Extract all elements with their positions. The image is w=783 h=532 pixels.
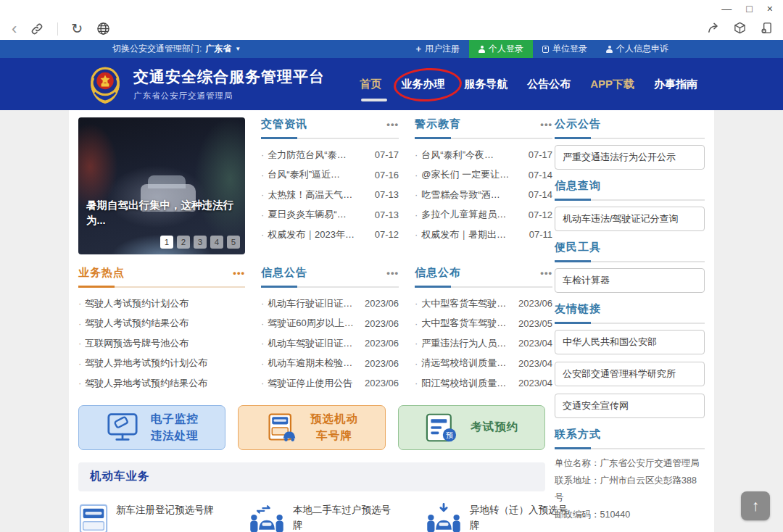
bullet: ·: [415, 378, 418, 388]
news-row: 暑期自驾出行集中，这种违法行为... 1 2 3 4 5 交管资讯 •••: [78, 117, 545, 254]
back-icon[interactable]: ‹: [12, 22, 17, 36]
item-text: 阳江驾校培训质量…: [421, 377, 514, 390]
close-icon[interactable]: ×: [767, 3, 773, 14]
list-item[interactable]: ·机动车驾驶证旧证…2023/06: [261, 333, 399, 354]
item-text: 权威发布｜暑期出…: [421, 228, 524, 241]
pager-dot-4[interactable]: 4: [210, 236, 223, 249]
scroll-to-top-button[interactable]: ↑: [741, 491, 770, 520]
list-item[interactable]: ·机动车逾期未检验…2023/06: [261, 354, 399, 374]
section-header: 业务热点 •••: [78, 266, 245, 288]
refresh-icon[interactable]: ↻: [71, 20, 83, 37]
list-item[interactable]: ·吃雪糕会导致“酒…07-14: [415, 185, 552, 205]
globe-icon[interactable]: [96, 22, 110, 36]
browser-toolbar-left: ‹ ↻: [12, 20, 110, 37]
list-item[interactable]: ·夏日炎炎车辆易“…07-13: [261, 205, 399, 225]
pager-dot-2[interactable]: 2: [177, 236, 190, 249]
violation-query-link[interactable]: 机动车违法/驾驶证记分查询: [555, 207, 705, 231]
link-icon[interactable]: [30, 22, 44, 36]
main-column: 暑期自驾出行集中，这种违法行为... 1 2 3 4 5 交管资讯 •••: [78, 117, 545, 532]
serious-violation-link[interactable]: 严重交通违法行为公开公示: [555, 145, 705, 170]
nav-home[interactable]: 首页: [360, 78, 381, 91]
department-switcher[interactable]: 切换公安交通管理部门: 广东省 ▼: [112, 43, 241, 55]
list-item[interactable]: ·驾驶人考试预约计划公布: [78, 294, 245, 314]
relocation-transfer-item[interactable]: 异地转（迁）入预选号牌: [425, 502, 576, 532]
list-item[interactable]: ·驾驶人异地考试预约结果公布: [78, 373, 245, 394]
info-appeal-link[interactable]: 个人信息申诉: [597, 40, 678, 58]
list-item[interactable]: ·权威发布｜2023年…07-12: [261, 225, 399, 245]
nav-announcements[interactable]: 公告公布: [527, 78, 571, 91]
list-item[interactable]: ·驾驶证60周岁以上…2023/06: [261, 314, 399, 334]
contact-panel-icon[interactable]: [758, 20, 773, 35]
nav-service-guide[interactable]: 服务导航: [464, 78, 508, 91]
vehicle-inspection-calculator-link[interactable]: 车检计算器: [555, 268, 705, 293]
section-header: 公示公告: [555, 117, 705, 139]
cube-icon[interactable]: [732, 20, 747, 35]
transfer-in-people-car-icon: [425, 502, 463, 532]
section-title: 信息查询: [555, 179, 601, 193]
main-nav: 首页 业务办理 服务导航 公告公布 APP下载 办事指南: [360, 78, 697, 91]
sidebar: 公示公告 严重交通违法行为公开公示 信息查询 机动车违法/驾驶证记分查询 便民工…: [555, 117, 705, 532]
more-icon[interactable]: •••: [540, 270, 552, 277]
more-icon[interactable]: •••: [233, 270, 245, 277]
register-link[interactable]: + 用户注册: [406, 40, 469, 58]
pager-dot-5[interactable]: 5: [227, 236, 240, 249]
unit-login-link[interactable]: 单位登录: [533, 40, 597, 58]
traffic-research-link[interactable]: 公安部交通管理科学研究所: [555, 362, 705, 386]
personal-login-button[interactable]: 个人登录: [469, 40, 533, 58]
pager-dot-3[interactable]: 3: [194, 236, 207, 249]
news-carousel[interactable]: 暑期自驾出行集中，这种违法行为... 1 2 3 4 5: [78, 117, 245, 254]
bullet: ·: [415, 338, 418, 349]
bullet: ·: [78, 358, 81, 369]
up-arrow-icon: ↑: [752, 497, 760, 515]
list-item[interactable]: ·台风“泰利”逼近…07-16: [261, 165, 399, 186]
list-item[interactable]: ·机动车行驶证旧证…2023/06: [261, 294, 399, 314]
nav-app-download[interactable]: APP下载: [590, 78, 634, 91]
list-item[interactable]: ·权威发布｜暑期出…07-11: [415, 225, 552, 245]
more-icon[interactable]: •••: [386, 121, 399, 128]
more-icon[interactable]: •••: [386, 270, 399, 277]
list-item[interactable]: ·太热辣！高温天气…07-13: [261, 185, 399, 205]
list-item[interactable]: ·@家长们 一定要让…07-14: [415, 165, 552, 186]
list-item[interactable]: ·严重违法行为人员…2023/04: [415, 333, 552, 354]
plate-preselect-banner[interactable]: 预选机动车号牌: [238, 405, 385, 450]
used-car-transfer-item[interactable]: 本地二手车过户预选号牌: [248, 502, 399, 532]
new-car-register-item[interactable]: 新车注册登记预选号牌: [78, 502, 222, 532]
e-monitoring-banner[interactable]: 电子监控违法处理: [78, 405, 225, 450]
list-item[interactable]: ·大中型客货车驾驶…2023/06: [415, 294, 552, 314]
more-icon[interactable]: •••: [540, 121, 552, 128]
list-item[interactable]: ·驾驶人异地考试预约计划公布: [78, 354, 245, 374]
list-item[interactable]: ·全力防范台风“泰…07-17: [261, 145, 399, 165]
item-date: 07-13: [375, 209, 399, 220]
list-item[interactable]: ·多拉个儿童算超员…07-12: [415, 205, 552, 225]
list-item[interactable]: ·驾驶证停止使用公告2023/06: [261, 373, 399, 394]
item-date: 2023/04: [518, 358, 552, 369]
content-card: 暑期自驾出行集中，这种违法行为... 1 2 3 4 5 交管资讯 •••: [69, 110, 714, 532]
item-date: 2023/06: [365, 378, 399, 388]
maximize-icon[interactable]: □: [746, 3, 752, 14]
item-text: 大中型客货车驾驶…: [421, 297, 514, 310]
list-item[interactable]: ·互联网预选号牌号池公布: [78, 333, 245, 354]
bullet: ·: [261, 338, 264, 349]
item-text: 吃雪糕会导致“酒…: [421, 188, 523, 201]
list-item[interactable]: ·驾驶人考试预约结果公布: [78, 314, 245, 334]
carousel-caption[interactable]: 暑期自驾出行集中，这种违法行为...: [86, 198, 239, 228]
contact-section: 联系方式 单位名称：广东省公安厅交通管理局 联系地址：广州市白云区尖彭路388号…: [555, 428, 705, 524]
item-date: 07-13: [375, 189, 399, 200]
list-item[interactable]: ·台风“泰利”今夜…07-17: [415, 145, 552, 165]
minimize-icon[interactable]: —: [721, 3, 732, 14]
nav-business[interactable]: 业务办理: [401, 78, 444, 91]
traffic-safety-site-link[interactable]: 交通安全宣传网: [555, 394, 705, 418]
list-item[interactable]: ·大中型客货车驾驶…2023/05: [415, 314, 552, 334]
list-item[interactable]: ·清远驾校培训质量…2023/04: [415, 354, 552, 374]
list-item[interactable]: ·阳江驾校培训质量…2023/04: [415, 373, 552, 394]
exam-appointment-banner[interactable]: 预 考试预约: [398, 405, 545, 450]
share-icon[interactable]: [706, 20, 721, 35]
pager-dot-1[interactable]: 1: [160, 236, 173, 249]
item-date: 07-17: [529, 149, 552, 160]
mps-link[interactable]: 中华人民共和国公安部: [555, 330, 705, 354]
nav-handling-guide[interactable]: 办事指南: [654, 78, 697, 91]
new-plate-icon: [78, 502, 109, 532]
section-title: 公示公告: [555, 117, 601, 131]
item-text: @家长们 一定要让…: [421, 168, 523, 181]
contact-postcode: 邮政编码：510440: [555, 507, 705, 523]
